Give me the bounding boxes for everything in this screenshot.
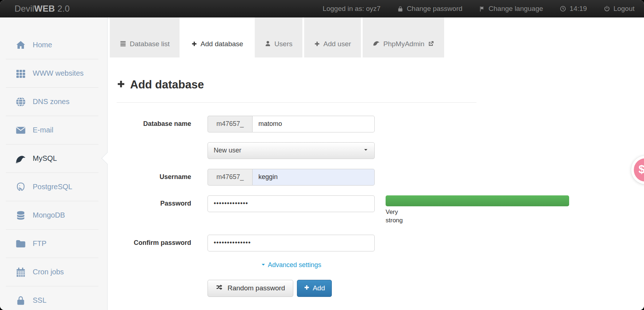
- database-cylinder-icon: [15, 210, 27, 221]
- password-strength-bar: [386, 195, 569, 206]
- plus-icon: [117, 78, 125, 91]
- logo-version: 2.0: [57, 4, 70, 13]
- sidebar-item-mysql[interactable]: MySQL: [0, 144, 107, 172]
- sidebar-item-dns-zones[interactable]: DNS zones: [0, 88, 107, 116]
- username-label: Username: [117, 169, 208, 181]
- main-content: Database list Add database Users: [108, 17, 644, 310]
- advanced-settings-link[interactable]: Advanced settings: [261, 261, 321, 269]
- mysql-dolphin-icon: [15, 153, 27, 164]
- mysql-dolphin-icon: [373, 39, 380, 48]
- sidebar-item-label: DNS zones: [33, 98, 69, 106]
- postgresql-elephant-icon: [15, 182, 27, 192]
- random-password-button[interactable]: Random password: [208, 280, 293, 297]
- title-divider: [117, 102, 476, 103]
- confirm-password-row: Confirm password: [117, 235, 644, 251]
- confirm-password-label: Confirm password: [117, 235, 208, 247]
- tab-add-database[interactable]: Add database: [181, 17, 253, 57]
- change-language-label: Change language: [488, 5, 543, 13]
- sidebar-item-www-websites[interactable]: WWW websites: [0, 59, 107, 87]
- plus-icon: [191, 40, 197, 48]
- username-group: m47657_: [208, 169, 375, 186]
- sidebar-item-postgresql[interactable]: PostgreSQL: [0, 173, 107, 201]
- change-language-link[interactable]: Change language: [479, 5, 543, 13]
- add-button-label: Add: [313, 284, 325, 292]
- sidebar-item-ftp[interactable]: FTP: [0, 230, 107, 258]
- database-name-label: Database name: [117, 116, 208, 128]
- user-select[interactable]: New user: [208, 142, 375, 159]
- caret-down-icon: [261, 261, 266, 269]
- database-prefix-addon: m47657_: [208, 116, 252, 132]
- tab-database-list[interactable]: Database list: [110, 17, 180, 57]
- devilweb-window: DevilWEB2.0 Logged in as: oyz7 Change pa…: [0, 0, 644, 310]
- add-button[interactable]: Add: [297, 280, 332, 297]
- lock-icon: [397, 6, 403, 12]
- confirm-password-input[interactable]: [208, 235, 375, 251]
- plus-icon: [314, 40, 320, 48]
- page-title: Add database: [117, 78, 644, 91]
- plus-icon: [304, 284, 310, 292]
- password-strength-label: Very strong: [386, 208, 409, 225]
- advanced-settings-label: Advanced settings: [268, 261, 321, 269]
- sidebar-item-label: Cron jobs: [33, 268, 64, 276]
- database-name-input[interactable]: [252, 116, 375, 132]
- folder-icon: [15, 238, 27, 249]
- shuffle-icon: [216, 283, 224, 293]
- sidebar-item-label: PostgreSQL: [33, 183, 72, 191]
- logout-link[interactable]: Logout: [604, 5, 635, 13]
- list-icon: [120, 40, 126, 48]
- change-password-link[interactable]: Change password: [397, 5, 462, 13]
- dollar-icon: $: [639, 163, 644, 176]
- sidebar-item-home[interactable]: Home: [0, 31, 107, 59]
- envelope-icon: [15, 125, 27, 136]
- sidebar-item-email[interactable]: E-mail: [0, 116, 107, 144]
- tab-add-user[interactable]: Add user: [304, 17, 361, 57]
- logged-in-as-label: Logged in as: oyz7: [323, 5, 381, 13]
- sidebar: Home WWW websites DNS zones: [0, 17, 108, 310]
- sidebar-item-label: WWW websites: [33, 69, 84, 78]
- clock-icon: [560, 5, 566, 12]
- time-label: 14:19: [569, 5, 587, 13]
- random-password-label: Random password: [228, 284, 285, 292]
- tab-label: Users: [274, 40, 293, 48]
- database-name-row: Database name m47657_: [117, 116, 644, 132]
- tab-label: Database list: [130, 40, 170, 48]
- sidebar-item-label: Home: [33, 41, 52, 49]
- home-icon: [15, 40, 27, 51]
- tab-label: PhpMyAdmin: [383, 40, 424, 48]
- add-database-page: Add database Database name m47657_: [108, 57, 644, 297]
- tab-users[interactable]: Users: [255, 17, 302, 57]
- logged-in-as: Logged in as: oyz7: [323, 5, 381, 13]
- topbar: DevilWEB2.0 Logged in as: oyz7 Change pa…: [0, 0, 644, 17]
- sidebar-item-label: MySQL: [33, 154, 57, 163]
- page-title-text: Add database: [130, 78, 204, 91]
- logo-devil: Devil: [15, 4, 34, 13]
- database-name-group: m47657_: [208, 116, 375, 132]
- sidebar-item-label: MongoDB: [33, 211, 65, 219]
- sidebar-item-label: E-mail: [33, 126, 53, 134]
- user-select-row: New user: [117, 142, 644, 159]
- tab-label: Add database: [201, 40, 243, 48]
- username-row: Username m47657_: [117, 169, 644, 186]
- padlock-icon: [15, 295, 27, 306]
- tab-phpmyadmin[interactable]: PhpMyAdmin: [363, 17, 444, 57]
- advanced-settings: Advanced settings: [208, 261, 375, 269]
- form-buttons: Random password Add: [208, 280, 644, 297]
- username-prefix-addon: m47657_: [208, 169, 252, 186]
- password-strength: Very strong: [386, 195, 569, 225]
- logo-web: WEB: [34, 4, 55, 13]
- external-link-icon: [428, 40, 434, 48]
- sidebar-item-cron-jobs[interactable]: Cron jobs: [0, 258, 107, 286]
- tab-bar: Database list Add database Users: [108, 17, 644, 57]
- power-icon: [604, 5, 610, 12]
- sidebar-item-ssl[interactable]: SSL: [0, 286, 107, 310]
- grid-icon: [15, 68, 27, 79]
- app-logo: DevilWEB2.0: [15, 4, 70, 14]
- user-icon: [265, 40, 271, 48]
- sidebar-item-label: FTP: [33, 239, 47, 248]
- user-select-value: New user: [214, 147, 241, 154]
- flag-icon: [479, 6, 485, 12]
- add-database-form: Database name m47657_ New user: [117, 116, 644, 297]
- password-input[interactable]: [208, 195, 375, 212]
- username-input[interactable]: [252, 169, 375, 186]
- sidebar-item-mongodb[interactable]: MongoDB: [0, 201, 107, 229]
